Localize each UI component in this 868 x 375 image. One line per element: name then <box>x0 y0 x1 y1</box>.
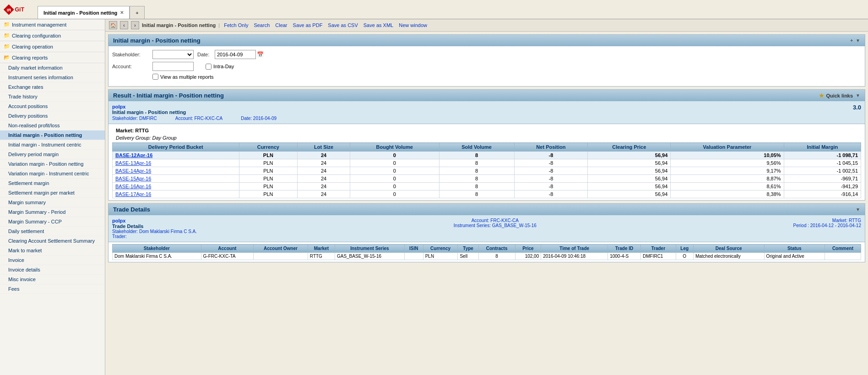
sidebar-item-invoice-details[interactable]: Invoice details <box>0 265 105 275</box>
nav-back-button[interactable]: ‹ <box>120 21 128 29</box>
sidebar-item-settlement-margin[interactable]: Settlement margin <box>0 179 105 188</box>
sidebar-item-account-positions[interactable]: Account positions <box>0 102 105 111</box>
th-trade-id: Trade ID <box>608 245 641 253</box>
svg-text:IR: IR <box>7 7 11 12</box>
sidebar-item-variation-margin-instrument[interactable]: Variation margin - Instrument centric <box>0 169 105 179</box>
new-window-button[interactable]: New window <box>397 22 429 28</box>
table-row: BASE-17Apr-16 PLN 24 0 8 -8 56,94 8,38% … <box>113 190 861 198</box>
intraday-check[interactable]: Intra-Day <box>206 64 234 70</box>
save-pdf-button[interactable]: Save as PDF <box>292 22 324 28</box>
folder-icon: 📁 <box>4 33 10 38</box>
bucket-link[interactable]: BASE-16Apr-16 <box>115 184 151 189</box>
sidebar-item-variation-margin-position[interactable]: Variation margin - Position netting <box>0 159 105 169</box>
bucket-link[interactable]: BASE-15Apr-16 <box>115 176 151 181</box>
trade-details-collapse-icon[interactable]: ▼ <box>856 207 860 212</box>
bucket-link[interactable]: BASE-12Apr-16 <box>115 152 152 158</box>
trade-row: Dom Maklarski Firma C S.A. G-FRC-KXC-TA … <box>113 253 861 260</box>
result-collapse-icon[interactable]: ▼ <box>856 93 860 98</box>
stakeholder-label: Stakeholder: <box>112 52 149 57</box>
sidebar-section-label: Instrument management <box>12 22 66 27</box>
th-isin: ISIN <box>404 245 423 253</box>
th-account-owner: Account Owner <box>254 245 308 253</box>
sidebar-item-daily-settlement[interactable]: Daily settlement <box>0 227 105 236</box>
intraday-checkbox[interactable] <box>206 64 212 70</box>
view-multiple-check[interactable]: View as multiple reports <box>152 74 214 80</box>
table-header-row: Delivery Period Bucket Currency Lot Size… <box>113 143 861 152</box>
th-time-of-trade: Time of Trade <box>541 245 608 253</box>
sidebar-section-label: Clearing operation <box>12 44 53 49</box>
initial-margin-form-panel: Initial margin - Position netting + ▼ St… <box>108 34 865 87</box>
fetch-only-button[interactable]: Fetch Only <box>222 22 250 28</box>
bucket-link[interactable]: BASE-13Apr-16 <box>115 160 151 166</box>
search-button[interactable]: Search <box>252 22 271 28</box>
th-contracts: Contracts <box>478 245 515 253</box>
sidebar-item-non-realised-pl[interactable]: Non-realised profit/loss <box>0 121 105 130</box>
form-panel-body: Stakeholder: Date: 📅 Account: Intra-Day <box>108 46 865 86</box>
trade-report-name: Trade Details <box>112 223 197 229</box>
nav-home-button[interactable]: 🏠 <box>109 21 117 29</box>
summary-meta-row: Stakeholder: DMFIRC Account: FRC-KXC-CA … <box>112 116 277 121</box>
bucket-link[interactable]: BASE-14Apr-16 <box>115 168 151 174</box>
date-input[interactable] <box>215 50 256 59</box>
sidebar-item-margin-summary-period[interactable]: Margin Summary - Period <box>0 207 105 217</box>
th-bought-volume: Bought Volume <box>350 143 439 152</box>
sidebar-item-instrument-series-info[interactable]: Instrument series information <box>0 73 105 82</box>
trade-stakeholder: Stakeholder: Dom Maklarski Firma C S.A. <box>112 229 197 234</box>
intraday-label: Intra-Day <box>213 64 234 69</box>
trade-entity-name: polpx <box>112 218 197 223</box>
sidebar-item-delivery-positions[interactable]: Delivery positions <box>0 111 105 121</box>
summary-stakeholder: Stakeholder: DMFIRC <box>112 116 157 121</box>
sidebar-section-clearing-operation[interactable]: 📁 Clearing operation <box>0 41 105 52</box>
account-row: Account: Intra-Day <box>112 62 861 71</box>
sidebar-item-mark-to-market[interactable]: Mark to market <box>0 246 105 255</box>
save-xml-button[interactable]: Save as XML <box>362 22 395 28</box>
result-panel-title: Result - Initial margin - Position netti… <box>113 92 224 99</box>
sidebar-item-fees[interactable]: Fees <box>0 284 105 294</box>
sidebar-section-instrument-management[interactable]: 📁 Instrument management <box>0 19 105 30</box>
trade-details-panel: Trade Details ▼ polpx Trade Details Stak… <box>108 203 865 262</box>
trade-period: Period : 2016-04-12 - 2016-04-12 <box>793 223 861 228</box>
market-section: Market: RTTG Delivery Group: Day Group D… <box>108 124 865 200</box>
sidebar-item-misc-invoice[interactable]: Misc invoice <box>0 275 105 284</box>
trade-details-header: Trade Details ▼ <box>108 204 865 215</box>
main-tab[interactable]: Initial margin - Position netting ✕ <box>38 6 130 19</box>
sidebar-item-invoice[interactable]: Invoice <box>0 255 105 265</box>
view-multiple-checkbox[interactable] <box>152 74 158 80</box>
sidebar-item-clearing-account-settlement[interactable]: Clearing Account Settlement Summary <box>0 236 105 246</box>
th-initial-margin: Initial Margin <box>784 143 861 152</box>
breadcrumb: Initial margin - Position netting <box>142 22 216 28</box>
stakeholder-select[interactable] <box>152 50 194 59</box>
sidebar: 📁 Instrument management 📁 Clearing confi… <box>0 19 105 375</box>
save-csv-button[interactable]: Save as CSV <box>326 22 359 28</box>
sidebar-item-settlement-margin-per-market[interactable]: Settlement margin per market <box>0 188 105 198</box>
trade-details-title: Trade Details <box>113 206 150 213</box>
sidebar-item-initial-margin-position[interactable]: Initial margin - Position netting <box>0 130 105 140</box>
calendar-icon[interactable]: 📅 <box>257 51 264 58</box>
result-summary-header: polpx Initial margin - Position netting … <box>108 101 865 124</box>
trade-table-section: Stakeholder Account Account Owner Market… <box>108 242 865 262</box>
sidebar-item-margin-summary-ccp[interactable]: Margin Summary - CCP <box>0 217 105 227</box>
sidebar-item-exchange-rates[interactable]: Exchange rates <box>0 82 105 92</box>
sidebar-item-trade-history[interactable]: Trade history <box>0 92 105 102</box>
chevron-down-icon[interactable]: ▼ <box>856 38 860 43</box>
sidebar-item-delivery-period-margin[interactable]: Delivery period margin <box>0 150 105 159</box>
quick-links-button[interactable]: ★ Quick links <box>819 92 853 99</box>
nav-forward-button[interactable]: › <box>131 21 139 29</box>
delivery-group-label: Delivery Group: Day Group <box>112 134 861 142</box>
summary-date: Date: 2016-04-09 <box>241 116 277 121</box>
content-area: 🏠 ‹ › Initial margin - Position netting … <box>105 19 868 375</box>
sidebar-item-daily-market-info[interactable]: Daily market information <box>0 63 105 73</box>
sidebar-section-clearing-configuration[interactable]: 📁 Clearing configuration <box>0 30 105 41</box>
account-input[interactable] <box>152 62 194 71</box>
table-row: BASE-15Apr-16 PLN 24 0 8 -8 56,94 8,87% … <box>113 175 861 183</box>
new-tab-button[interactable]: + <box>130 6 144 19</box>
th-deal-source: Deal Source <box>693 245 764 253</box>
sidebar-item-initial-margin-instrument[interactable]: Initial margin - Instrument centric <box>0 140 105 150</box>
tab-close-icon[interactable]: ✕ <box>120 10 124 15</box>
bucket-link[interactable]: BASE-17Apr-16 <box>115 191 151 197</box>
th-price: Price <box>515 245 541 253</box>
sidebar-section-clearing-reports[interactable]: 📂 Clearing reports <box>0 52 105 63</box>
clear-button[interactable]: Clear <box>274 22 288 28</box>
sidebar-item-margin-summary[interactable]: Margin summary <box>0 198 105 207</box>
collapse-icon[interactable]: + <box>850 38 853 43</box>
